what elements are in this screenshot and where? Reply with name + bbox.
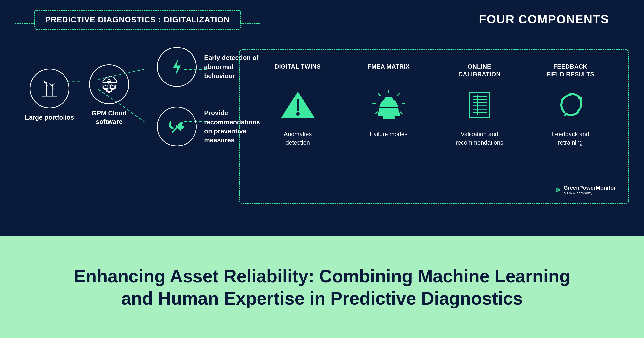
bottom-title-line2: and Human Expertise in Predictive Diagno…: [121, 289, 523, 308]
svg-line-37: [375, 112, 377, 114]
top-section: PREDICTIVE DIAGNOSTICS : DIGITALIZATION …: [0, 0, 644, 236]
svg-rect-25: [107, 89, 111, 91]
predictive-title: PREDICTIVE DIAGNOSTICS : DIGITALIZATION: [45, 15, 230, 24]
gpm-circle: [89, 64, 129, 104]
document-icon: [462, 88, 497, 122]
fmea-matrix-label: Failure modes: [370, 130, 408, 138]
feedback-field-icon: [550, 85, 590, 125]
digital-twins-label: Anomaliesdetection: [284, 130, 312, 147]
predictive-box: PREDICTIVE DIAGNOSTICS : DIGITALIZATION: [34, 10, 240, 30]
cloud-network-icon: [98, 73, 120, 96]
alarm-icon: [371, 88, 406, 122]
icons-row: Large portfolios: [25, 64, 129, 126]
recommendations-circle: [157, 107, 197, 147]
components-grid: DIGITAL TWINS Anomaliesdetection FMEA MA…: [255, 63, 613, 190]
four-components-title: FOUR COMPONENTS: [479, 12, 609, 26]
feedback-field-item: FEEDBACK FIELD RESULTS: [528, 63, 613, 190]
digital-twins-icon: [278, 85, 318, 125]
four-components-box: DIGITAL TWINS Anomaliesdetection FMEA MA…: [239, 49, 629, 204]
lightning-icon: [167, 57, 187, 77]
svg-line-38: [400, 112, 402, 114]
gpm-icon-item: GPM Cloud software: [89, 64, 129, 126]
svg-marker-28: [173, 59, 180, 75]
portfolio-label: Large portfolios: [25, 113, 74, 122]
svg-point-8: [45, 82, 47, 84]
bottom-title-line1: Enhancing Asset Reliability: Combining M…: [74, 266, 570, 286]
svg-line-33: [378, 94, 380, 96]
online-calibration-item: ONLINE CALIBRATION: [436, 63, 522, 190]
fmea-matrix-item: FMEA MATRIX: [346, 63, 432, 190]
triangle-warning-icon: [280, 88, 315, 122]
main-content: Large portfolios: [15, 44, 629, 214]
online-calibration-header: ONLINE CALIBRATION: [458, 63, 500, 80]
digital-twins-header: DIGITAL TWINS: [275, 63, 320, 80]
svg-point-31: [296, 112, 300, 116]
feedback-field-label: Feedback and retraining: [551, 130, 589, 147]
recycle-arrows-icon: [553, 88, 588, 122]
logo-name: GreenPowerMonitor: [564, 184, 616, 191]
fmea-matrix-icon: [369, 85, 409, 125]
digital-twins-item: DIGITAL TWINS Anomaliesdetection: [255, 63, 341, 190]
svg-line-34: [398, 94, 399, 96]
online-calibration-label: Validation and recommendations: [456, 130, 503, 147]
header-row: PREDICTIVE DIAGNOSTICS : DIGITALIZATION …: [15, 10, 629, 30]
svg-rect-40: [378, 112, 400, 116]
left-side: Large portfolios: [15, 44, 219, 214]
svg-point-9: [51, 84, 53, 86]
feedback-field-header: FEEDBACK FIELD RESULTS: [546, 63, 594, 80]
early-detection-circle: [157, 47, 197, 87]
svg-rect-21: [111, 86, 114, 88]
svg-point-39: [384, 97, 393, 102]
logo-text-block: GreenPowerMonitor a DNV company: [564, 184, 616, 195]
bottom-title: Enhancing Asset Reliability: Combining M…: [74, 265, 570, 310]
svg-rect-17: [104, 86, 107, 88]
svg-rect-41: [382, 116, 395, 119]
portfolio-circle: [30, 69, 70, 108]
portfolio-icon-item: Large portfolios: [25, 69, 74, 122]
fmea-matrix-header: FMEA MATRIX: [368, 63, 410, 80]
wind-turbine-icon: [38, 77, 61, 100]
svg-point-12: [109, 81, 109, 82]
bottom-section: Enhancing Asset Reliability: Combining M…: [0, 236, 644, 338]
logo-icon: ❄: [555, 186, 560, 194]
wrench-icon: [167, 117, 187, 137]
logo-sub: a DNV company: [564, 191, 616, 195]
logo-area: ❄ GreenPowerMonitor a DNV company: [555, 184, 616, 195]
gpm-label: GPM Cloud software: [92, 109, 126, 126]
online-calibration-icon: [460, 85, 500, 125]
